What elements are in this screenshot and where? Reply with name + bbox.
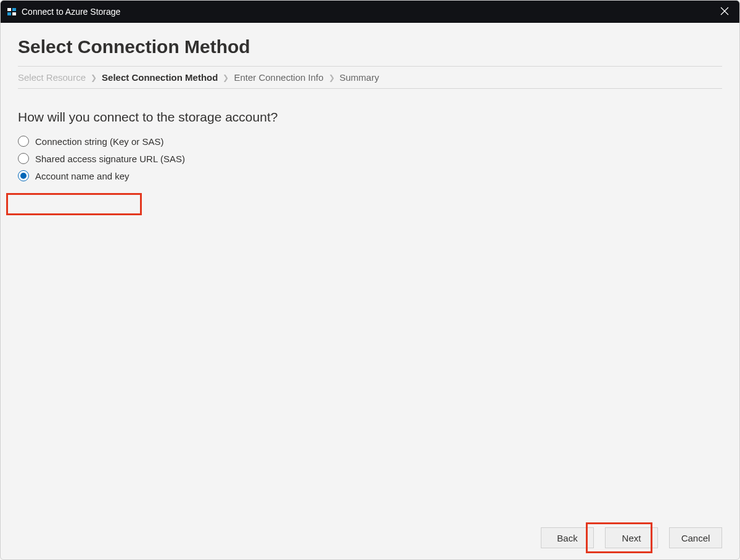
radio-icon <box>18 153 29 164</box>
radio-label: Connection string (Key or SAS) <box>35 136 163 147</box>
svg-rect-2 <box>7 12 11 15</box>
cancel-button[interactable]: Cancel <box>669 527 722 548</box>
wizard-footer: Back Next Cancel <box>18 520 722 548</box>
radio-option-sas-url[interactable]: Shared access signature URL (SAS) <box>18 153 185 164</box>
window-title: Connect to Azure Storage <box>22 7 120 17</box>
radio-option-account-name-key[interactable]: Account name and key <box>18 170 130 181</box>
close-icon <box>720 7 729 17</box>
radio-dot-icon <box>20 173 27 179</box>
breadcrumb-step-enter-connection-info[interactable]: Enter Connection Info <box>234 72 323 83</box>
storage-explorer-icon <box>7 7 17 17</box>
breadcrumb: Select Resource ❯ Select Connection Meth… <box>18 66 722 89</box>
content-area: Select Connection Method Select Resource… <box>1 23 739 559</box>
radio-icon <box>18 170 29 181</box>
breadcrumb-step-select-connection-method[interactable]: Select Connection Method <box>102 72 218 83</box>
radio-label: Shared access signature URL (SAS) <box>35 154 185 164</box>
annotation-highlight-option <box>6 193 142 215</box>
radio-label: Account name and key <box>35 171 130 181</box>
next-button[interactable]: Next <box>605 527 658 548</box>
radio-icon <box>18 136 29 147</box>
radio-option-connection-string[interactable]: Connection string (Key or SAS) <box>18 136 163 147</box>
chevron-right-icon: ❯ <box>329 73 335 82</box>
svg-rect-3 <box>12 12 16 15</box>
question-heading: How will you connect to the storage acco… <box>18 110 722 125</box>
close-button[interactable] <box>716 3 733 20</box>
svg-rect-0 <box>7 8 11 11</box>
breadcrumb-step-select-resource[interactable]: Select Resource <box>18 72 86 83</box>
svg-rect-1 <box>12 8 16 11</box>
titlebar-left: Connect to Azure Storage <box>7 7 120 17</box>
chevron-right-icon: ❯ <box>91 73 97 82</box>
connection-method-radio-group: Connection string (Key or SAS) Shared ac… <box>18 136 722 181</box>
back-button[interactable]: Back <box>541 527 594 548</box>
titlebar: Connect to Azure Storage <box>1 1 739 23</box>
dialog-window: Connect to Azure Storage Select Connecti… <box>0 0 740 560</box>
breadcrumb-step-summary[interactable]: Summary <box>340 72 379 83</box>
page-title: Select Connection Method <box>18 36 722 57</box>
chevron-right-icon: ❯ <box>223 73 229 82</box>
